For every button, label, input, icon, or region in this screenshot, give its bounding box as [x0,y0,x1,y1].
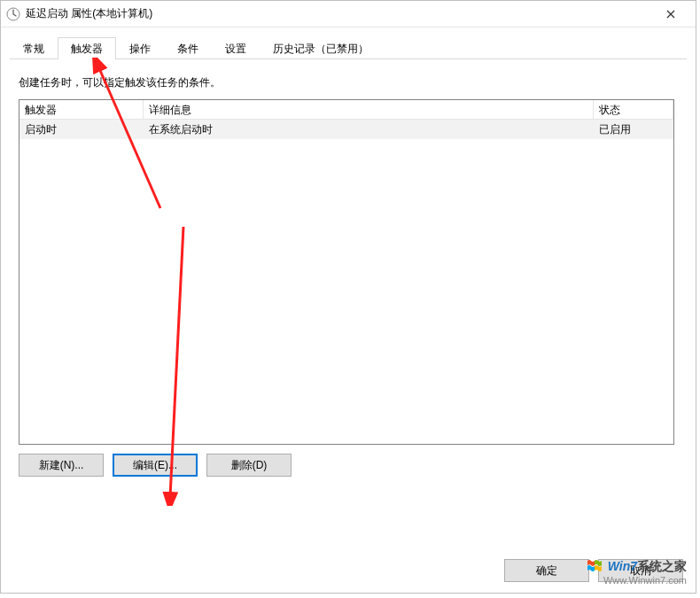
cell-status: 已启用 [594,120,673,139]
button-label: 取消 [630,563,651,579]
cell-trigger: 启动时 [19,120,144,139]
ok-button[interactable]: 确定 [504,559,589,582]
col-header-detail[interactable]: 详细信息 [144,100,594,120]
tab-settings[interactable]: 设置 [212,37,260,59]
cancel-button[interactable]: 取消 [598,559,683,582]
trigger-row[interactable]: 启动时 在系统启动时 已启用 [19,120,673,139]
new-button[interactable]: 新建(N)... [19,454,104,477]
properties-dialog: 延迟启动 属性(本地计算机) 常规 触发器 操作 条件 设置 历史记录（已禁用）… [0,0,696,594]
tab-conditions[interactable]: 条件 [164,37,212,59]
titlebar: 延迟启动 属性(本地计算机) [1,1,696,27]
tab-actions[interactable]: 操作 [116,37,164,59]
tab-triggers[interactable]: 触发器 [58,37,116,59]
tab-label: 常规 [23,43,44,55]
panel-description: 创建任务时，可以指定触发该任务的条件。 [19,75,678,90]
cell-detail: 在系统启动时 [144,120,594,139]
triggers-listview[interactable]: 触发器 详细信息 状态 启动时 在系统启动时 已启用 [19,99,674,445]
button-label: 确定 [536,563,557,579]
tab-label: 历史记录（已禁用） [273,43,369,55]
dialog-content: 常规 触发器 操作 条件 设置 历史记录（已禁用） 创建任务时，可以指定触发该任… [1,27,696,547]
edit-button[interactable]: 编辑(E)... [113,454,198,477]
button-label: 编辑(E)... [133,458,177,473]
tab-label: 条件 [177,43,198,55]
tab-strip: 常规 触发器 操作 条件 设置 历史记录（已禁用） [10,36,687,59]
close-button[interactable] [651,2,690,27]
triggers-panel: 创建任务时，可以指定触发该任务的条件。 触发器 详细信息 状态 启动时 在系统启… [10,59,687,485]
tab-label: 触发器 [71,43,103,55]
tab-history[interactable]: 历史记录（已禁用） [260,37,382,59]
tab-general[interactable]: 常规 [10,37,58,59]
trigger-buttons-row: 新建(N)... 编辑(E)... 删除(D) [19,454,678,477]
button-label: 删除(D) [231,458,268,473]
task-scheduler-icon [6,7,20,21]
delete-button[interactable]: 删除(D) [206,454,292,477]
tab-label: 设置 [225,43,246,55]
button-label: 新建(N)... [39,458,84,473]
col-header-status[interactable]: 状态 [594,100,673,120]
tab-label: 操作 [129,43,151,55]
col-header-trigger[interactable]: 触发器 [19,100,144,120]
list-header: 触发器 详细信息 状态 [19,100,673,120]
window-title: 延迟启动 属性(本地计算机) [26,6,651,21]
dialog-button-row: 确定 取消 [504,559,683,582]
